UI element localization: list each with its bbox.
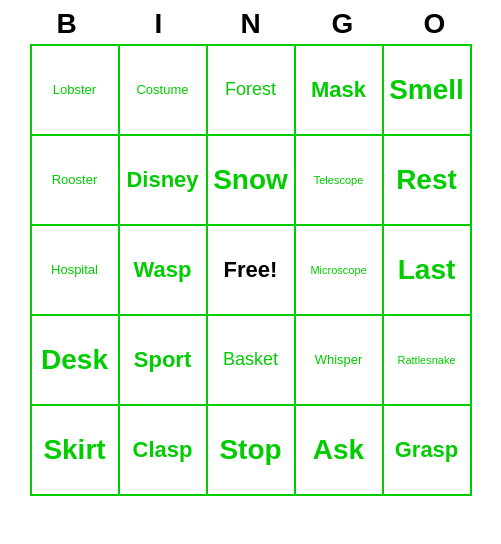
cell-r4-c3: Ask: [296, 406, 384, 496]
cell-r2-c4: Last: [384, 226, 472, 316]
cell-r0-c1: Costume: [120, 46, 208, 136]
cell-r1-c2: Snow: [208, 136, 296, 226]
cell-text: Last: [398, 255, 456, 286]
cell-text: Microscope: [310, 264, 366, 276]
cell-r2-c2: Free!: [208, 226, 296, 316]
cell-r0-c0: Lobster: [32, 46, 120, 136]
cell-r4-c0: Skirt: [32, 406, 120, 496]
cell-text: Sport: [134, 348, 191, 372]
cell-text: Lobster: [53, 83, 96, 97]
cell-r0-c4: Smell: [384, 46, 472, 136]
cell-text: Rest: [396, 165, 457, 196]
cell-text: Costume: [136, 83, 188, 97]
cell-r3-c2: Basket: [208, 316, 296, 406]
bingo-letter-i: I: [116, 8, 202, 40]
cell-text: Rattlesnake: [397, 354, 455, 366]
cell-r1-c3: Telescope: [296, 136, 384, 226]
cell-text: Basket: [223, 350, 278, 370]
cell-text: Clasp: [133, 438, 193, 462]
cell-text: Snow: [213, 165, 288, 196]
bingo-letter-g: G: [300, 8, 386, 40]
cell-text: Desk: [41, 345, 108, 376]
bingo-letter-b: B: [24, 8, 110, 40]
cell-text: Free!: [224, 258, 278, 282]
cell-text: Rooster: [52, 173, 98, 187]
cell-r1-c4: Rest: [384, 136, 472, 226]
cell-text: Disney: [126, 168, 198, 192]
cell-r4-c2: Stop: [208, 406, 296, 496]
cell-r3-c1: Sport: [120, 316, 208, 406]
cell-text: Grasp: [395, 438, 459, 462]
cell-r3-c3: Whisper: [296, 316, 384, 406]
cell-r0-c2: Forest: [208, 46, 296, 136]
cell-r2-c0: Hospital: [32, 226, 120, 316]
cell-r4-c1: Clasp: [120, 406, 208, 496]
bingo-header: BINGO: [21, 0, 481, 44]
cell-r2-c1: Wasp: [120, 226, 208, 316]
cell-text: Skirt: [43, 435, 105, 466]
cell-r1-c0: Rooster: [32, 136, 120, 226]
cell-text: Wasp: [134, 258, 192, 282]
bingo-letter-o: O: [392, 8, 478, 40]
bingo-grid: LobsterCostumeForestMaskSmellRoosterDisn…: [30, 44, 472, 496]
cell-text: Stop: [219, 435, 281, 466]
cell-text: Forest: [225, 80, 276, 100]
cell-r3-c4: Rattlesnake: [384, 316, 472, 406]
cell-r0-c3: Mask: [296, 46, 384, 136]
cell-r1-c1: Disney: [120, 136, 208, 226]
cell-text: Mask: [311, 78, 366, 102]
cell-r3-c0: Desk: [32, 316, 120, 406]
bingo-letter-n: N: [208, 8, 294, 40]
cell-text: Ask: [313, 435, 364, 466]
cell-text: Hospital: [51, 263, 98, 277]
cell-text: Whisper: [315, 353, 363, 367]
cell-text: Telescope: [314, 174, 364, 186]
cell-r4-c4: Grasp: [384, 406, 472, 496]
cell-r2-c3: Microscope: [296, 226, 384, 316]
cell-text: Smell: [389, 75, 464, 106]
